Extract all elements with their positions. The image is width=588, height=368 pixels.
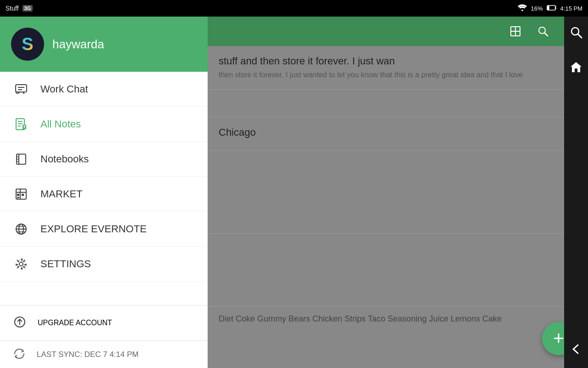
- explore-icon: [13, 221, 29, 237]
- note-bottom-text: Diet Coke Gummy Bears Chicken Strips Tac…: [208, 306, 588, 331]
- right-edge: [564, 17, 588, 368]
- nav-item-notebooks[interactable]: Notebooks: [0, 142, 208, 177]
- svg-line-39: [545, 33, 548, 36]
- note-title: Chicago: [219, 126, 577, 138]
- edge-search-icon[interactable]: [570, 26, 582, 42]
- notes-empty-space: [208, 151, 588, 234]
- note-item[interactable]: stuff and then store it forever. I just …: [208, 46, 588, 90]
- svg-rect-23: [17, 194, 19, 196]
- note-item[interactable]: Chicago: [208, 117, 588, 151]
- app-name: Stuff: [6, 5, 19, 12]
- sync-item: LAST SYNC: DEC 7 4:14 PM: [0, 340, 208, 368]
- market-icon: [13, 186, 29, 202]
- time: 4:15 PM: [560, 5, 582, 12]
- upgrade-account-item[interactable]: UPGRADE ACCOUNT: [0, 305, 208, 340]
- svg-rect-24: [22, 194, 24, 196]
- sidebar: S haywarda Work Chat: [0, 17, 208, 368]
- svg-rect-36: [511, 31, 515, 36]
- sync-icon: [13, 347, 26, 362]
- sidebar-nav: Work Chat All Notes: [0, 72, 208, 305]
- note-title: stuff and then store it forever. I just …: [219, 55, 577, 67]
- content-toolbar: [208, 17, 588, 46]
- battery-percent: 16%: [531, 5, 543, 12]
- wifi-icon: [517, 4, 527, 13]
- svg-rect-25: [17, 197, 19, 198]
- nav-item-work-chat[interactable]: Work Chat: [0, 72, 208, 107]
- notebooks-label: Notebooks: [40, 153, 89, 165]
- svg-point-31: [19, 262, 23, 266]
- settings-icon: [13, 256, 29, 272]
- edge-back-icon[interactable]: [570, 343, 582, 359]
- nav-item-explore[interactable]: EXPLORE EVERNOTE: [0, 212, 208, 247]
- svg-rect-34: [511, 27, 515, 31]
- status-bar: Stuff 3G 16% 4:15 PM: [0, 0, 588, 17]
- explore-label: EXPLORE EVERNOTE: [40, 223, 147, 235]
- nav-item-market[interactable]: MARKET: [0, 177, 208, 212]
- note-spacer: [208, 90, 588, 117]
- battery-icon: [547, 5, 557, 12]
- username: haywarda: [52, 37, 104, 52]
- all-notes-label: All Notes: [40, 118, 81, 130]
- upgrade-label: UPGRADE ACCOUNT: [38, 319, 112, 327]
- notebooks-icon: [13, 151, 29, 167]
- avatar: S: [11, 28, 44, 61]
- notes-list: stuff and then store it forever. I just …: [208, 46, 588, 368]
- content-area: stuff and then store it forever. I just …: [208, 17, 588, 368]
- market-label: MARKET: [40, 188, 83, 200]
- settings-label: SETTINGS: [40, 258, 91, 270]
- fab-icon: +: [553, 329, 564, 347]
- upgrade-icon: [13, 315, 27, 331]
- note-preview: then store it forever. I just wanted to …: [219, 70, 577, 80]
- network-badge: 3G: [23, 5, 33, 12]
- work-chat-label: Work Chat: [40, 83, 88, 95]
- nav-item-settings[interactable]: SETTINGS: [0, 247, 208, 282]
- sidebar-bottom: UPGRADE ACCOUNT LAST SYNC: DEC 7 4:14 PM: [0, 305, 208, 368]
- svg-rect-5: [16, 85, 27, 92]
- main-container: S haywarda Work Chat: [0, 17, 588, 368]
- svg-rect-1: [548, 6, 549, 10]
- svg-line-44: [578, 34, 582, 38]
- sync-label: LAST SYNC: DEC 7 4:14 PM: [37, 350, 139, 359]
- sidebar-header: S haywarda: [0, 17, 208, 72]
- avatar-letter: S: [22, 34, 33, 54]
- work-chat-icon: [13, 81, 29, 98]
- all-notes-icon: [13, 116, 29, 132]
- sync-toolbar-icon[interactable]: [505, 21, 526, 41]
- search-toolbar-icon[interactable]: [533, 21, 553, 41]
- svg-rect-35: [515, 27, 520, 31]
- svg-rect-37: [515, 31, 520, 36]
- nav-item-all-notes[interactable]: All Notes: [0, 107, 208, 142]
- edge-home-icon[interactable]: [570, 60, 582, 76]
